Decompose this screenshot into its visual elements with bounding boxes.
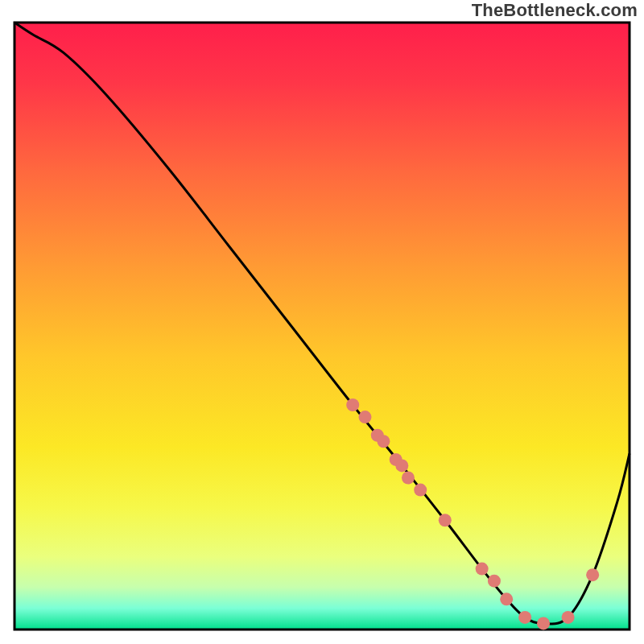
curve-marker: [402, 472, 415, 485]
curve-marker: [439, 514, 452, 526]
curve-marker: [586, 568, 599, 581]
watermark-text: TheBottleneck.com: [472, 0, 638, 21]
curve-marker: [518, 611, 531, 624]
curve-marker: [488, 575, 501, 588]
curve-marker: [537, 617, 550, 630]
curve-marker: [414, 484, 427, 497]
curve-marker: [562, 611, 575, 624]
curve-marker: [377, 435, 390, 448]
curve-marker: [500, 592, 513, 605]
chart-container: TheBottleneck.com: [0, 0, 644, 644]
curve-marker: [346, 398, 359, 411]
bottleneck-chart: [0, 0, 644, 644]
curve-marker: [358, 411, 371, 423]
curve-marker: [476, 563, 489, 576]
plot-gradient-background: [14, 23, 630, 630]
curve-marker: [395, 459, 408, 472]
